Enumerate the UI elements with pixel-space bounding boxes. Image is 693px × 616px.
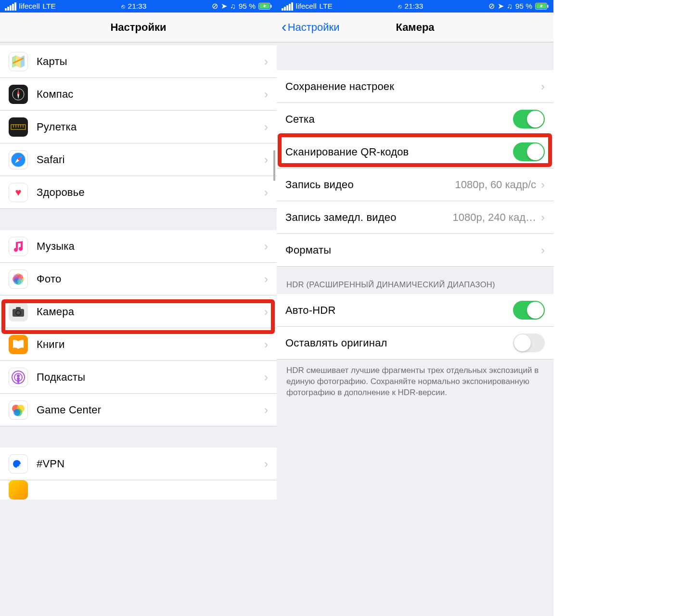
scrollbar[interactable] [273, 150, 275, 181]
nav-bar: Настройки [0, 13, 277, 42]
cell-unknown[interactable] [0, 480, 277, 500]
location-icon: ➤ [221, 2, 227, 11]
cell-label: Запись замедл. видео [285, 211, 453, 224]
time-label: 21:33 [405, 2, 424, 11]
cell-grid[interactable]: Сетка [277, 103, 553, 136]
cell-label: Рулетка [37, 121, 264, 133]
cell-compass[interactable]: Компас › [0, 78, 277, 111]
back-label: Настройки [288, 21, 340, 34]
cell-podcasts[interactable]: Подкасты › [0, 361, 277, 394]
cell-label: Книги [37, 338, 264, 351]
settings-screen: lifecell LTE ⎋ 21:33 ⊘ ➤ ♫ 95 % Настройк… [0, 0, 277, 616]
page-title: Камера [396, 21, 434, 34]
camera-icon [9, 302, 28, 321]
cell-vpn[interactable]: #VPN › [0, 448, 277, 480]
cell-music[interactable]: Музыка › [0, 230, 277, 263]
cell-auto-hdr[interactable]: Авто-HDR [277, 294, 553, 327]
hotspot-icon: ⎋ [398, 3, 402, 10]
camera-settings-screen: lifecell LTE ⎋ 21:33 ⊘ ➤ ♫ 95 % ‹ Настро… [277, 0, 553, 616]
podcasts-icon [9, 368, 28, 387]
cell-ruler[interactable]: Рулетка › [0, 111, 277, 143]
hdr-section-footer: HDR смешивает лучшие фрагменты трех отде… [277, 359, 553, 403]
svg-point-26 [17, 278, 23, 284]
books-icon [9, 335, 28, 354]
carrier-label: lifecell [19, 2, 40, 11]
nav-bar: ‹ Настройки Камера [277, 13, 553, 42]
battery-percent: 95 % [239, 2, 256, 11]
cell-detail: 1080p, 60 кадр/с [455, 179, 536, 191]
hotspot-icon: ⎋ [121, 3, 125, 10]
battery-icon [535, 3, 549, 10]
cell-health[interactable]: ♥ Здоровье › [0, 176, 277, 209]
cell-photo[interactable]: Фото › [0, 263, 277, 295]
time-label: 21:33 [128, 2, 147, 11]
status-center: ⎋ 21:33 [398, 2, 424, 11]
cell-record-video[interactable]: Запись видео 1080p, 60 кадр/с › [277, 168, 553, 201]
cell-formats[interactable]: Форматы › [277, 234, 553, 267]
network-label: LTE [320, 2, 333, 11]
chevron-right-icon: › [264, 305, 268, 319]
status-bar: lifecell LTE ⎋ 21:33 ⊘ ➤ ♫ 95 % [277, 0, 553, 13]
cell-maps[interactable]: Карты › [0, 45, 277, 78]
chevron-left-icon: ‹ [282, 19, 287, 34]
battery-icon [258, 3, 272, 10]
cell-label: Компас [37, 88, 264, 101]
chevron-right-icon: › [264, 153, 268, 167]
cell-label: Оставлять оригинал [285, 337, 513, 349]
rotation-lock-icon: ⊘ [488, 2, 495, 11]
cell-record-slomo[interactable]: Запись замедл. видео 1080p, 240 кад… › [277, 201, 553, 234]
location-icon: ➤ [498, 2, 504, 11]
cell-label: #VPN [37, 458, 264, 470]
chevron-right-icon: › [264, 403, 268, 417]
grid-toggle[interactable] [513, 110, 545, 128]
cell-keep-original[interactable]: Оставлять оригинал [277, 327, 553, 359]
settings-list[interactable]: Карты › Компас › Рулетка › Safari › ♥ [0, 42, 277, 616]
page-title: Настройки [110, 21, 166, 34]
camera-settings-list[interactable]: Сохранение настроек › Сетка Сканирование… [277, 42, 553, 616]
safari-icon [9, 150, 28, 169]
auto-hdr-toggle[interactable] [513, 301, 545, 320]
back-button[interactable]: ‹ Настройки [282, 20, 340, 34]
cell-safari[interactable]: Safari › [0, 143, 277, 176]
cell-label: Safari [37, 154, 264, 166]
svg-rect-41 [548, 5, 549, 8]
cell-label: Сохранение настроек [285, 80, 541, 93]
battery-percent: 95 % [515, 2, 532, 11]
signal-icon [5, 2, 16, 11]
cell-label: Сетка [285, 113, 513, 126]
health-icon: ♥ [9, 183, 28, 202]
chevron-right-icon: › [264, 55, 268, 68]
cell-label: Авто-HDR [285, 304, 513, 317]
svg-point-33 [17, 374, 20, 377]
rotation-lock-icon: ⊘ [212, 2, 218, 11]
chevron-right-icon: › [264, 186, 268, 199]
chevron-right-icon: › [264, 338, 268, 351]
cell-label: Фото [37, 273, 264, 285]
cell-qr-scan[interactable]: Сканирование QR-кодов [277, 136, 553, 168]
chevron-right-icon: › [264, 457, 268, 471]
cell-label: Подкасты [37, 371, 264, 384]
vpn-icon [9, 454, 28, 474]
svg-point-30 [17, 311, 20, 314]
svg-rect-28 [16, 307, 21, 310]
cell-preserve-settings[interactable]: Сохранение настроек › [277, 70, 553, 103]
chevron-right-icon: › [541, 244, 545, 257]
cell-detail: 1080p, 240 кад… [453, 211, 536, 224]
cell-gamecenter[interactable]: Game Center › [0, 394, 277, 426]
chevron-right-icon: › [264, 88, 268, 101]
chevron-right-icon: › [264, 371, 268, 384]
keep-original-toggle[interactable] [513, 334, 545, 352]
photos-icon [9, 270, 28, 289]
status-bar: lifecell LTE ⎋ 21:33 ⊘ ➤ ♫ 95 % [0, 0, 277, 13]
headphones-icon: ♫ [230, 2, 236, 11]
headphones-icon: ♫ [507, 2, 513, 11]
cell-camera[interactable]: Камера › [0, 295, 277, 328]
qr-toggle[interactable] [513, 142, 545, 161]
status-center: ⎋ 21:33 [121, 2, 147, 11]
chevron-right-icon: › [541, 80, 545, 93]
maps-icon [9, 52, 28, 71]
signal-icon [282, 2, 293, 11]
chevron-right-icon: › [541, 211, 545, 224]
cell-books[interactable]: Книги › [0, 328, 277, 361]
unknown-icon [9, 480, 28, 500]
